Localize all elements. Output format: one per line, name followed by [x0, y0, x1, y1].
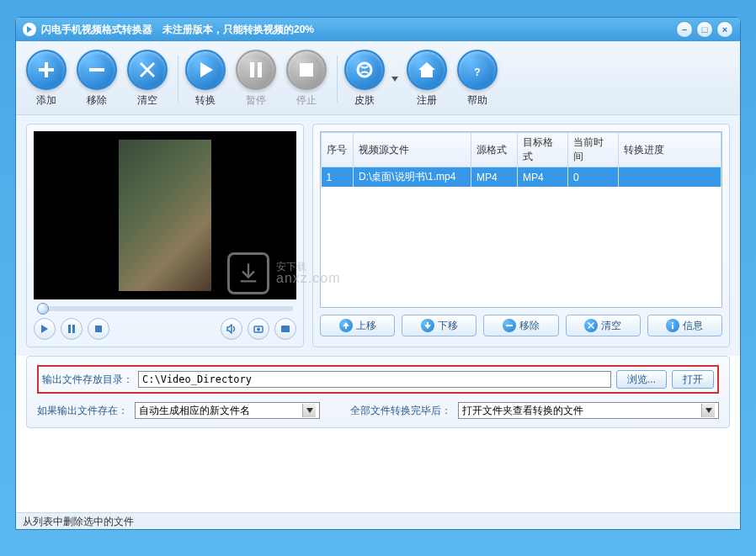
open-button[interactable]: 打开	[672, 370, 714, 389]
app-window: 闪电手机视频格式转换器 未注册版本，只能转换视频的20% – □ × 添加 移除…	[15, 17, 741, 530]
add-button[interactable]: 添加	[26, 50, 67, 108]
col-progress[interactable]: 转换进度	[619, 133, 721, 167]
volume-button[interactable]	[221, 318, 242, 340]
list-actions: 上移 下移 移除 清空 信息	[320, 315, 722, 336]
col-srcfmt[interactable]: 源格式	[471, 133, 518, 167]
stop-button[interactable]: 停止	[286, 50, 327, 108]
list-info-button[interactable]: 信息	[647, 315, 722, 336]
col-dstfmt[interactable]: 目标格式	[518, 133, 568, 167]
output-settings: 输出文件存放目录： 浏览... 打开 如果输出文件存在： 自动生成相应的新文件名…	[26, 356, 730, 428]
preview-stop-button[interactable]	[88, 318, 109, 340]
slider-thumb[interactable]	[37, 303, 49, 315]
pause-button[interactable]: 暂停	[236, 50, 276, 108]
clear-button[interactable]: 清空	[127, 50, 168, 108]
output-dir-row: 输出文件存放目录： 浏览... 打开	[37, 365, 719, 394]
chevron-down-icon	[302, 404, 316, 417]
svg-point-0	[358, 63, 371, 77]
skin-icon	[344, 50, 385, 90]
content-area: 序号 视频源文件 源格式 目标格式 当前时间 转换进度 1 D:\桌面\说明书\…	[16, 115, 740, 356]
info-icon	[666, 319, 679, 332]
window-buttons: – □ ×	[676, 21, 733, 38]
close-button[interactable]: ×	[716, 21, 733, 38]
fullscreen-button[interactable]	[274, 318, 296, 340]
exists-label: 如果输出文件存在：	[37, 404, 128, 418]
svg-rect-4	[281, 326, 290, 332]
table-row[interactable]: 1 D:\桌面\说明书\1.mp4 MP4 MP4 0	[322, 167, 721, 188]
svg-text:?: ?	[474, 66, 480, 78]
preview-controls	[34, 318, 296, 340]
svg-point-3	[257, 328, 260, 331]
minus-icon	[77, 50, 117, 90]
col-index[interactable]: 序号	[322, 133, 354, 167]
browse-button[interactable]: 浏览...	[616, 370, 667, 389]
titlebar: 闪电手机视频格式转换器 未注册版本，只能转换视频的20% – □ ×	[16, 18, 740, 41]
skin-dropdown-icon[interactable]	[390, 59, 400, 99]
file-list-panel: 序号 视频源文件 源格式 目标格式 当前时间 转换进度 1 D:\桌面\说明书\…	[312, 124, 730, 347]
plus-icon	[26, 50, 67, 90]
minus-icon	[503, 319, 516, 332]
after-combo[interactable]: 打开文件夹查看转换的文件	[458, 402, 719, 419]
options-row: 如果输出文件存在： 自动生成相应的新文件名 全部文件转换完毕后： 打开文件夹查看…	[37, 402, 719, 419]
preview-panel	[26, 124, 304, 347]
x-icon	[127, 50, 168, 90]
svg-point-5	[672, 322, 673, 324]
snapshot-button[interactable]	[248, 318, 269, 340]
help-button[interactable]: ? 帮助	[457, 50, 498, 108]
register-button[interactable]: 注册	[407, 50, 447, 108]
table-header-row: 序号 视频源文件 源格式 目标格式 当前时间 转换进度	[322, 133, 721, 167]
question-icon: ?	[457, 50, 498, 90]
list-clear-button[interactable]: 清空	[566, 315, 641, 336]
outdir-label: 输出文件存放目录：	[42, 373, 133, 387]
move-up-button[interactable]: 上移	[320, 315, 395, 336]
video-thumbnail	[119, 140, 211, 291]
main-toolbar: 添加 移除 清空 转换 暂停 停止 皮肤 注册	[16, 41, 740, 115]
app-icon	[23, 23, 36, 36]
preview-pause-button[interactable]	[61, 318, 83, 340]
move-down-button[interactable]: 下移	[402, 315, 476, 336]
file-table[interactable]: 序号 视频源文件 源格式 目标格式 当前时间 转换进度 1 D:\桌面\说明书\…	[320, 131, 722, 308]
outdir-input[interactable]	[138, 371, 611, 388]
list-remove-button[interactable]: 移除	[483, 315, 558, 336]
skin-button[interactable]: 皮肤	[344, 50, 385, 108]
toolbar-separator	[178, 56, 178, 103]
status-text: 从列表中删除选中的文件	[23, 516, 134, 527]
titlebar-text: 闪电手机视频格式转换器 未注册版本，只能转换视频的20%	[41, 23, 676, 37]
stop-icon	[286, 50, 327, 90]
after-label: 全部文件转换完毕后：	[350, 404, 451, 418]
seek-slider[interactable]	[37, 306, 293, 311]
x-icon	[584, 319, 598, 332]
chevron-down-icon	[701, 404, 715, 417]
play-icon	[185, 50, 226, 90]
video-preview	[34, 131, 296, 299]
col-source[interactable]: 视频源文件	[354, 133, 471, 167]
minimize-button[interactable]: –	[676, 21, 693, 38]
maximize-button[interactable]: □	[696, 21, 713, 38]
arrow-up-icon	[339, 319, 353, 332]
home-icon	[407, 50, 447, 90]
arrow-down-icon	[421, 319, 434, 332]
exists-combo[interactable]: 自动生成相应的新文件名	[135, 402, 320, 419]
col-curtime[interactable]: 当前时间	[568, 133, 619, 167]
status-bar: 从列表中删除选中的文件	[16, 512, 740, 529]
preview-play-button[interactable]	[34, 318, 56, 340]
pause-icon	[236, 50, 276, 90]
toolbar-separator	[337, 56, 338, 103]
remove-button[interactable]: 移除	[77, 50, 117, 108]
convert-button[interactable]: 转换	[185, 50, 226, 108]
